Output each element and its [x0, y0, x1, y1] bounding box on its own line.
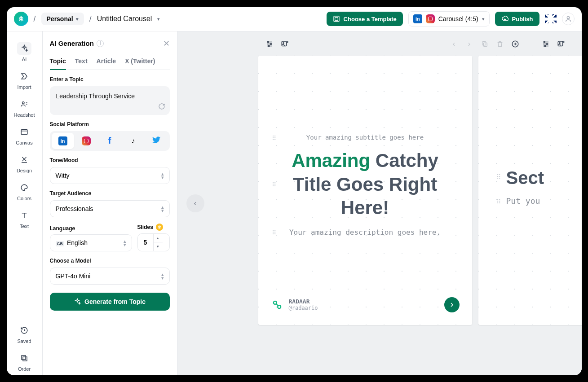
slides-down[interactable]: ▾ — [154, 242, 163, 251]
app-frame: / Personal ▾ / Untitled Carousel ▾ Choos… — [7, 7, 582, 375]
tone-select[interactable]: Witty ▴▾ — [50, 167, 170, 184]
workspace-selector[interactable]: Personal ▾ — [41, 13, 84, 25]
slide[interactable]: ⠿ Your amazing subtitle goes here ⠿ Amaz… — [258, 56, 472, 325]
workspace-name: Personal — [47, 15, 73, 22]
select-arrows-icon: ▴▾ — [161, 205, 164, 212]
rail-import[interactable]: Import — [11, 66, 38, 93]
drag-handle-icon[interactable]: ⠿ — [272, 229, 277, 236]
add-slide-icon[interactable] — [511, 40, 520, 48]
svg-point-17 — [544, 45, 546, 47]
platform-selector[interactable]: in Carousel (4:5) ▾ — [408, 11, 490, 26]
social-twitter[interactable] — [145, 133, 168, 149]
drag-handle-icon[interactable]: ⠿ — [496, 198, 502, 205]
topbar: / Personal ▾ / Untitled Carousel ▾ Choos… — [7, 7, 582, 31]
rail-headshot[interactable]: Headshot — [11, 94, 38, 121]
crown-icon: ♕ — [156, 224, 163, 231]
model-select[interactable]: GPT-4o Mini ▴▾ — [50, 268, 170, 285]
slides-stepper[interactable]: ▴ ▾ — [137, 233, 170, 251]
tab-xtwitter[interactable]: X (Twitter) — [125, 55, 155, 70]
drag-handle-icon[interactable]: ⠿ — [496, 173, 502, 180]
import-icon — [17, 70, 31, 83]
info-icon[interactable]: i — [97, 40, 104, 47]
social-instagram[interactable] — [75, 133, 97, 149]
tiktok-icon: ♪ — [131, 137, 135, 145]
language-select[interactable]: GBEnglish ▴▾ — [50, 234, 132, 251]
design-icon — [17, 154, 31, 166]
tab-article[interactable]: Article — [97, 55, 116, 70]
publish-button[interactable]: Publish — [495, 12, 539, 26]
breadcrumb-sep: / — [89, 14, 92, 24]
svg-point-8 — [270, 43, 271, 44]
sliders-icon[interactable] — [541, 40, 550, 48]
slide-description[interactable]: Your amazing description goes here. — [275, 228, 455, 237]
tab-text[interactable]: Text — [75, 55, 88, 70]
model-label: Choose a Model — [50, 258, 170, 264]
language-flag-icon[interactable] — [545, 14, 557, 23]
drag-handle-icon[interactable]: ⠿ — [272, 135, 277, 142]
rail-text[interactable]: Text — [11, 206, 38, 233]
social-linkedin[interactable]: in — [52, 133, 74, 149]
social-tiktok[interactable]: ♪ — [122, 133, 144, 149]
brand-name: RADAAR — [289, 298, 318, 305]
refresh-icon[interactable] — [158, 103, 165, 111]
slide-title[interactable]: Sect — [500, 168, 544, 188]
slides-input[interactable] — [138, 234, 153, 251]
panel-title: AI Generation i — [50, 40, 104, 47]
svg-point-20 — [273, 301, 276, 304]
slide-arrow-button[interactable] — [444, 297, 460, 312]
next-slide-icon[interactable]: › — [465, 40, 474, 48]
slide-title[interactable]: Amazing Catchy Title Goes Right Here! — [275, 149, 455, 220]
document-title[interactable]: Untitled Carousel — [97, 15, 152, 23]
user-avatar[interactable] — [562, 13, 575, 25]
slide[interactable]: ⠿ Sect ⠿ Put you — [478, 56, 582, 325]
rail-label: Order — [18, 366, 31, 372]
prev-slide-button[interactable]: ‹ — [186, 194, 204, 212]
prev-slide-icon[interactable]: ‹ — [450, 40, 459, 48]
slide-subtitle[interactable]: Your amazing subtitle goes here — [275, 134, 455, 141]
canvas-toolbar: ‹ › — [177, 40, 582, 48]
choose-template-button[interactable]: Choose a Template — [327, 12, 403, 26]
instagram-icon — [426, 14, 435, 23]
slides-row: ⠿ Your amazing subtitle goes here ⠿ Amaz… — [258, 56, 582, 325]
app-logo[interactable] — [14, 12, 28, 26]
rail-colors[interactable]: Colors — [11, 178, 38, 205]
drag-handle-icon[interactable]: ⠿ — [272, 181, 277, 188]
rail-label: Canvas — [16, 140, 32, 145]
platform-label: Carousel (4:5) — [438, 15, 478, 22]
rail-label: AI — [22, 57, 27, 62]
topic-input[interactable]: Leadership Through Service — [50, 86, 170, 115]
social-facebook[interactable]: f — [98, 133, 121, 149]
rail-saved[interactable]: Saved — [11, 321, 38, 347]
rail-design[interactable]: Design — [11, 150, 38, 177]
svg-point-2 — [567, 17, 569, 19]
history-icon — [17, 324, 31, 337]
ai-panel: AI Generation i ✕ Topic Text Article X (… — [43, 31, 177, 375]
brand-handle: @radaario — [289, 305, 318, 311]
language-value: GBEnglish — [56, 239, 88, 246]
slide-footer — [491, 300, 582, 312]
copy-icon[interactable] — [480, 40, 489, 48]
image-add-icon[interactable] — [557, 40, 566, 48]
sliders-icon[interactable] — [265, 40, 274, 48]
rail-canvas[interactable]: Canvas — [11, 122, 38, 149]
chevron-down-icon[interactable]: ▾ — [157, 16, 160, 22]
generate-button[interactable]: Generate from Topic — [50, 293, 170, 311]
slides-up[interactable]: ▴ — [154, 234, 163, 242]
panel-title-text: AI Generation — [50, 40, 94, 47]
close-icon[interactable]: ✕ — [163, 39, 170, 48]
tab-topic[interactable]: Topic — [50, 55, 66, 70]
image-add-icon[interactable] — [280, 40, 289, 48]
rail-ai[interactable]: AI — [11, 39, 38, 66]
linkedin-icon: in — [413, 14, 422, 23]
slides-label: Slides ♕ — [137, 224, 170, 231]
audience-value: Professionals — [56, 205, 93, 212]
audience-select[interactable]: Professionals ▴▾ — [50, 200, 170, 217]
rail-order[interactable]: Order — [11, 348, 38, 375]
brand-icon — [271, 299, 283, 311]
slide-description[interactable]: Put you — [500, 196, 540, 206]
topic-value: Leadership Through Service — [56, 92, 135, 100]
facebook-icon: f — [108, 136, 111, 146]
choose-template-label: Choose a Template — [344, 16, 397, 22]
twitter-icon — [152, 136, 161, 146]
trash-icon[interactable] — [495, 40, 504, 48]
